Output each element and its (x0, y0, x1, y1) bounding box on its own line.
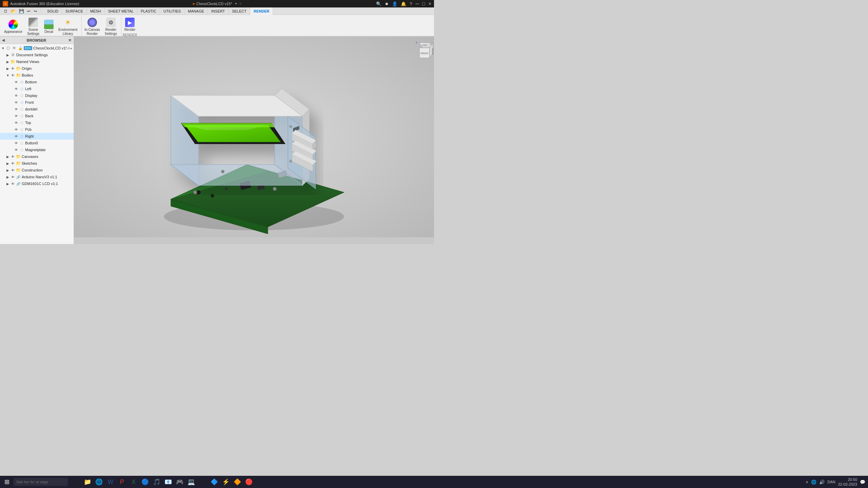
qa-redo[interactable]: ↪ (33, 8, 38, 14)
tree-item-construction[interactable]: ▶ 👁 📁 Construction (0, 167, 74, 174)
tree-item-gdm[interactable]: ▶ 👁 🔗 GDM1601C LCD v1:1 (0, 180, 74, 187)
expand-gdm[interactable]: ▶ (5, 181, 10, 186)
right-label[interactable]: Right (25, 134, 34, 138)
dontdel-eye[interactable]: 👁 (14, 106, 19, 112)
tab-render[interactable]: RENDER (250, 7, 273, 15)
tree-item-left[interactable]: 👁 ⬡ Left (0, 85, 74, 92)
expand-bodies[interactable]: ▼ (5, 73, 10, 78)
sketches-eye[interactable]: 👁 (10, 161, 16, 166)
tree-item-magnetplate[interactable]: 👁 ⬡ Magnetplate (0, 146, 74, 153)
expand-construction[interactable]: ▶ (5, 168, 10, 172)
front-label[interactable]: Front (25, 100, 34, 104)
expand-named-views[interactable]: ▶ (5, 59, 10, 64)
tree-item-sketches[interactable]: ▶ 👁 📁 Sketches (0, 160, 74, 167)
qa-new[interactable]: 🗋 (3, 8, 9, 14)
tree-item-named-views[interactable]: ▶ 📁 Named Views (0, 58, 74, 65)
back-label[interactable]: Back (25, 114, 33, 118)
top-body-eye[interactable]: 👁 (14, 120, 19, 125)
tree-item-root[interactable]: ▼ ⬡ 👁 🔓 EDU ChessClockLCD v15 ⚙ ● (0, 45, 74, 52)
canvases-label[interactable]: Canvases (22, 155, 38, 159)
tab-close-btn[interactable]: × (239, 1, 242, 6)
doc-settings-label[interactable]: Document Settings (16, 53, 48, 57)
tree-item-right[interactable]: 👁 ⬡ Right (0, 133, 74, 140)
tab-insert[interactable]: INSERT (208, 7, 229, 15)
close-btn[interactable]: × (429, 1, 431, 6)
expand-sketches[interactable]: ▶ (5, 161, 10, 166)
button0-label[interactable]: Button0 (25, 141, 38, 145)
pcb-eye[interactable]: 👁 (14, 127, 19, 132)
magnetplate-eye[interactable]: 👁 (14, 147, 19, 152)
help-icon[interactable]: ? (410, 1, 412, 6)
tree-item-doc-settings[interactable]: ▶ ⚙ Document Settings (0, 52, 74, 58)
expand-doc-settings[interactable]: ▶ (5, 53, 10, 57)
bodies-label[interactable]: Bodies (22, 73, 33, 77)
tree-item-canvases[interactable]: ▶ 👁 📁 Canvases (0, 153, 74, 160)
qa-open[interactable]: 📂 (10, 8, 17, 14)
browser-collapse-btn[interactable]: ◀ (2, 38, 5, 42)
tree-item-top-body[interactable]: 👁 ⬡ Top (0, 119, 74, 126)
search-icon[interactable]: 🔍 (376, 1, 381, 6)
tree-item-dontdel[interactable]: 👁 ⬡ dontdel (0, 106, 74, 113)
top-body-label[interactable]: Top (25, 121, 31, 125)
dontdel-label[interactable]: dontdel (25, 107, 37, 111)
viewport[interactable]: TOP FRONT RIGHT X Z ⊹ ▾ ☷ ↺ ✥ 🔍 ▾ (74, 37, 434, 244)
pcb-label[interactable]: Pcb (25, 127, 32, 131)
bottom-label[interactable]: Bottom (25, 80, 37, 84)
tab-plastic[interactable]: PLASTIC (137, 7, 160, 15)
browser-settings-btn[interactable]: ✕ (68, 38, 72, 43)
tree-item-bodies[interactable]: ▼ 👁 📁 Bodies (0, 72, 74, 79)
restore-btn[interactable]: □ (422, 1, 425, 6)
canvases-eye[interactable]: 👁 (10, 154, 16, 159)
tree-item-display[interactable]: 👁 ⬡ Display (0, 92, 74, 99)
back-eye[interactable]: 👁 (14, 113, 19, 119)
left-label[interactable]: Left (25, 87, 31, 91)
view-cube[interactable]: TOP FRONT RIGHT X Z (411, 39, 431, 60)
tree-item-back[interactable]: 👁 ⬡ Back (0, 113, 74, 119)
environment-btn[interactable]: ☀ EnvironmentLibrary (57, 17, 79, 37)
origin-eye[interactable]: 👁 (10, 66, 16, 71)
front-eye[interactable]: 👁 (14, 100, 19, 105)
qa-undo[interactable]: ↩ (26, 8, 32, 14)
arduino-label[interactable]: Arduino NanoV3 v1:1 (22, 175, 57, 179)
gdm-label[interactable]: GDM1601C LCD v1:1 (22, 182, 58, 186)
display-eye[interactable]: 👁 (14, 93, 19, 98)
qa-save[interactable]: 💾 (18, 8, 25, 14)
tab-mesh[interactable]: MESH (87, 7, 105, 15)
expand-icon-root[interactable]: ▼ (1, 46, 5, 50)
named-views-label[interactable]: Named Views (16, 60, 39, 64)
arduino-eye[interactable]: 👁 (10, 174, 16, 180)
tab-select[interactable]: SELECT (229, 7, 250, 15)
tab-solid[interactable]: SOLID (44, 7, 62, 15)
user-icon[interactable]: 👤 (392, 1, 397, 6)
construction-label[interactable]: Construction (22, 168, 43, 172)
tab-manage[interactable]: MANAGE (184, 7, 208, 15)
tree-item-arduino[interactable]: ▶ 👁 🔗 Arduino NanoV3 v1:1 (0, 174, 74, 180)
bottom-eye[interactable]: 👁 (14, 79, 19, 85)
tab-add-btn[interactable]: + (235, 1, 237, 6)
display-label[interactable]: Display (25, 94, 37, 98)
root-eye-icon[interactable]: 👁 (12, 45, 17, 51)
expand-canvases[interactable]: ▶ (5, 154, 10, 159)
right-eye[interactable]: 👁 (14, 134, 19, 139)
left-eye[interactable]: 👁 (14, 86, 19, 92)
tree-item-front[interactable]: 👁 ⬡ Front (0, 99, 74, 106)
render-appearance-btn[interactable]: Appearance (3, 19, 24, 35)
tab-surface[interactable]: SURFACE (62, 7, 87, 15)
tab-utilities[interactable]: UTILITIES (160, 7, 184, 15)
origin-label[interactable]: Origin (22, 66, 32, 70)
notifications-icon[interactable]: 🔔 (401, 1, 406, 6)
render-settings-btn[interactable]: ⚙ RenderSettings (103, 17, 118, 37)
button0-eye[interactable]: 👁 (14, 140, 19, 146)
expand-origin[interactable]: ▶ (5, 66, 10, 71)
construction-eye[interactable]: 👁 (10, 167, 16, 173)
tree-item-button0[interactable]: 👁 ⬡ Button0 (0, 140, 74, 146)
expand-bottom[interactable] (10, 80, 14, 84)
minimize-btn[interactable]: ─ (415, 1, 419, 6)
tree-item-pcb[interactable]: 👁 ⬡ Pcb (0, 126, 74, 133)
gdm-eye[interactable]: 👁 (10, 181, 16, 186)
tree-item-bottom[interactable]: 👁 ⬡ Bottom (0, 79, 74, 85)
tree-item-origin[interactable]: ▶ 👁 📁 Origin (0, 65, 74, 72)
expand-arduino[interactable]: ▶ (5, 175, 10, 179)
in-canvas-render-btn[interactable]: In-CanvasRender (83, 17, 101, 37)
decal-btn[interactable]: Decal (43, 19, 55, 35)
